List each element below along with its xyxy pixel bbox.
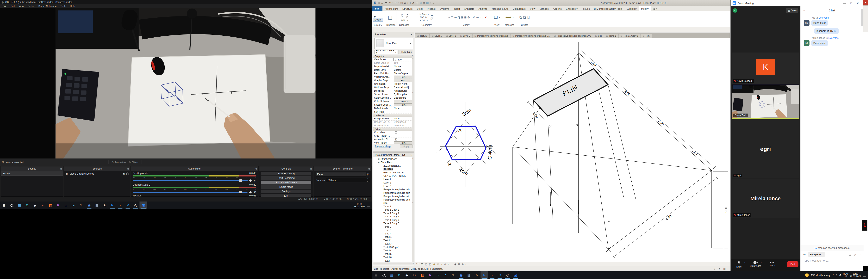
rotate-icon[interactable]: ⟳ (473, 16, 476, 19)
menu-view[interactable]: View (17, 5, 26, 7)
visual-style-icon[interactable]: ✹ (433, 263, 435, 266)
language-switcher[interactable]: ROUUS (843, 273, 848, 278)
tab-annotate[interactable]: Annotate (462, 6, 476, 11)
filter-icon[interactable]: ▼ (718, 267, 720, 270)
view-button[interactable]: ▦View (786, 8, 799, 13)
save-icon[interactable]: ⬒ (385, 1, 388, 4)
redo-icon[interactable]: ↷ (395, 1, 397, 4)
tab-analyze[interactable]: Analyze (476, 6, 490, 11)
taskbar-icon-office[interactable]: ◧ (46, 202, 54, 209)
view-tab[interactable]: ▤Site (593, 34, 604, 38)
taskbar-icon-foobar[interactable]: ◆ (403, 271, 411, 279)
taskbar-icon-r-app[interactable]: R (54, 202, 62, 209)
taskbar-icon-edge[interactable]: e (442, 271, 450, 279)
undo-icon[interactable]: ↶ (389, 1, 391, 4)
stop-virtual-camera-button[interactable]: Stop Virtual Camera (261, 181, 311, 184)
paste-label[interactable]: Paste (400, 19, 405, 21)
notification-icon[interactable] (367, 204, 370, 207)
notification-badge[interactable]: 1 (862, 220, 867, 230)
browser-item[interactable]: Tema 1 (373, 205, 414, 208)
expand-icon[interactable]: ⊞ (378, 158, 380, 160)
measure-icon[interactable]: ⌀ (404, 1, 406, 4)
panel-create[interactable]: Create (516, 24, 533, 27)
cope-label[interactable]: Cope (422, 13, 427, 15)
taskbar-icon-foobar[interactable]: ◆ (31, 202, 39, 209)
browser-item[interactable]: Perspectiva oglindire oriz (373, 188, 414, 191)
transition-select[interactable]: Fade⌃⌄ (316, 172, 366, 177)
revit-logo-icon[interactable]: R (374, 1, 376, 5)
collapse-icon[interactable]: ⊟ (378, 161, 380, 163)
browser-item[interactable]: Tema 1 Copy 1 (373, 208, 414, 212)
tab-modify[interactable]: Modify (639, 6, 651, 11)
dock-popout-icon[interactable]: ⧉ (255, 166, 257, 171)
panel-clipboard[interactable]: Clipboard (396, 24, 412, 27)
tab-collaborate[interactable]: Collaborate (511, 6, 528, 11)
panel-select[interactable]: Select ▾ (372, 24, 384, 27)
browser-hscrollbar[interactable]: ‹› (373, 262, 414, 265)
view-tab[interactable]: ▤Tem (641, 34, 651, 38)
tab-lumion[interactable]: Lumion® (624, 6, 639, 11)
view-tab[interactable]: ▤Tema 1 (604, 34, 618, 38)
tab-view[interactable]: View (528, 6, 537, 11)
trim-icon[interactable]: ⇤ (476, 16, 479, 19)
menu-file[interactable]: File (1, 5, 8, 7)
panel-geometry[interactable]: Geometry (412, 24, 441, 27)
prop-value[interactable]: Normal (393, 65, 414, 68)
taskbar-icon-adobe[interactable]: A (473, 271, 480, 279)
emoji-icon[interactable]: ☺ (854, 253, 856, 256)
start-button[interactable]: ⊞ (372, 271, 380, 279)
taskbar-clock[interactable]: 15:3018.03.2022 (850, 273, 861, 278)
pin-icon[interactable]: ⌗ (479, 16, 481, 19)
obs-titlebar[interactable]: ◎ OBS 27.0.1 (64-bit, windows) - Profile… (0, 0, 372, 4)
browser-item[interactable]: Tema 1 Copy 3 (373, 215, 414, 219)
view-tab[interactable]: ▤Perspectiva oglindire orizontala V2 (552, 34, 593, 38)
volume-slider[interactable] (133, 180, 248, 181)
file-icon[interactable]: ▤ (378, 1, 380, 4)
prop-value[interactable]: Architectural (393, 89, 414, 93)
panel-modify[interactable]: Modify (441, 24, 491, 27)
speaker-icon[interactable] (249, 179, 252, 182)
cut-label[interactable]: Cut (423, 16, 426, 19)
cut-icon[interactable]: ✂ (406, 13, 408, 16)
3dview-icon[interactable]: ◳ (415, 1, 418, 4)
menu-tools[interactable]: Tools (59, 5, 68, 7)
taskbar-icon-snip[interactable]: ✂ (39, 202, 46, 209)
drawing-area[interactable]: 3cm A B 4cm C 4cm (414, 38, 730, 262)
taskbar-icon-chrome[interactable]: ◉ (85, 202, 93, 209)
taskbar-icon-adobe[interactable]: A (101, 202, 108, 209)
align-icon[interactable]: ⌯ (445, 16, 447, 19)
browser-item[interactable]: Level 2 (373, 181, 414, 185)
obs-preview[interactable] (0, 8, 372, 158)
end-meeting-button[interactable]: End (787, 261, 799, 267)
instance-select[interactable]: Floor Plan: CURS 6⌄ (374, 50, 398, 54)
section-icon[interactable]: ⊘ (420, 1, 422, 4)
array-icon[interactable]: ⊞ (461, 16, 463, 19)
shadows-icon[interactable]: ◑ (441, 263, 442, 266)
search-icon[interactable] (8, 202, 16, 209)
none-button[interactable]: <none> (394, 100, 413, 103)
crop-region-icon[interactable]: ⌗ (448, 263, 449, 266)
browser-item[interactable]: Tema 2 (373, 225, 414, 228)
taskbar-icon-obs[interactable]: ◎ (504, 271, 512, 279)
section-graphics[interactable]: Graphics^ (373, 55, 414, 58)
browser-item[interactable]: Perspectiva oglindire oriz (373, 195, 414, 198)
select-count-icon[interactable]: ▦ (723, 267, 725, 270)
move-icon[interactable]: ✥ (467, 16, 470, 19)
ribbon-state-icon[interactable]: ▣ ▾ (651, 6, 659, 11)
taskbar-icon-utility[interactable]: ⚙ (23, 202, 31, 209)
taskbar-icon-zoom[interactable]: ▣ (140, 202, 147, 209)
transition-gear-icon[interactable]: ⚙ (367, 173, 370, 176)
mute-button[interactable]: Mute⌃ (731, 261, 747, 268)
tab-addins[interactable]: Add-Ins (551, 6, 564, 11)
create-assembly-icon[interactable]: ⌼ (528, 16, 530, 20)
edit-button[interactable]: Edit... (394, 79, 413, 82)
close-icon[interactable]: ✕ (855, 2, 861, 5)
taskbar-icon-revit-2[interactable]: R (496, 271, 504, 279)
taskbar-icon-snip[interactable]: ✂ (411, 271, 418, 279)
text-icon[interactable]: A (412, 1, 414, 4)
taskbar-icon-calculator[interactable]: ▦ (388, 271, 395, 279)
sun-path-icon[interactable]: ☀ (437, 263, 439, 266)
taskbar-clock[interactable]: 15:3018.03.2022 (354, 203, 365, 208)
section-underlay[interactable]: Underlay^ (373, 114, 414, 117)
taskbar-icon-gimp[interactable]: ✎ (78, 202, 85, 209)
